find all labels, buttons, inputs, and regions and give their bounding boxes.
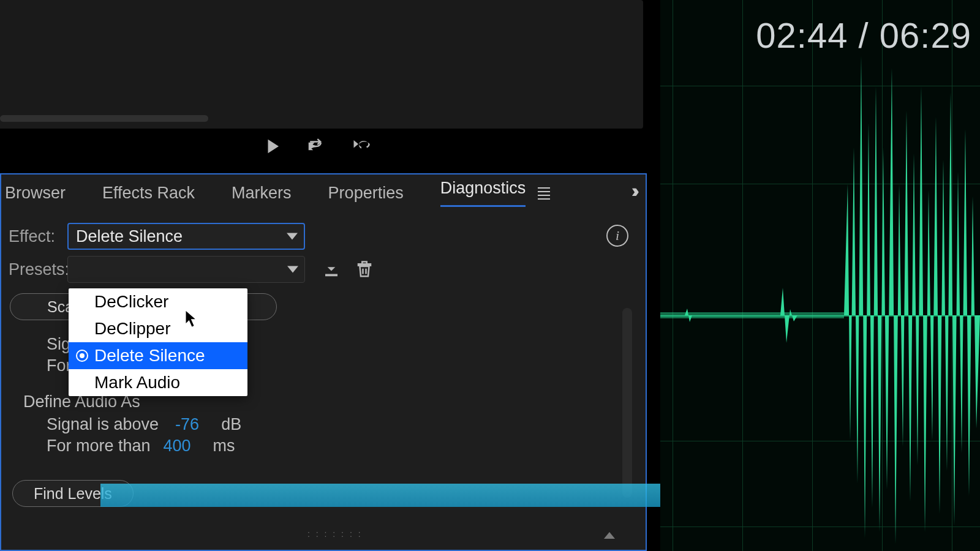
audio-signal-label: Signal is above	[47, 415, 159, 434]
effect-select-value: Delete Silence	[76, 227, 183, 246]
overflow-chevrons-icon[interactable]: ››	[631, 179, 635, 202]
panel-menu-icon[interactable]	[538, 187, 550, 200]
dropdown-item-delete-silence[interactable]: Delete Silence	[69, 342, 247, 369]
radio-selected-icon	[76, 350, 88, 362]
play-icon[interactable]	[263, 137, 282, 156]
silence-signal-label: Sig	[47, 335, 70, 354]
dropdown-item-declicker[interactable]: DeClicker	[69, 288, 247, 315]
panel-tabs: Browser Effects Rack Markers Properties …	[1, 174, 649, 211]
audio-signal-unit: dB	[221, 415, 241, 434]
dropdown-item-declipper[interactable]: DeClipper	[69, 315, 247, 342]
resize-grip[interactable]: : : : : : : :	[307, 529, 363, 539]
time-display: 02:44 / 06:29	[756, 15, 971, 56]
preview-area	[0, 0, 643, 129]
presets-select[interactable]	[67, 256, 305, 283]
chevron-down-icon	[287, 266, 298, 273]
tab-markers[interactable]: Markers	[232, 184, 292, 203]
time-total: 06:29	[880, 15, 971, 55]
scroll-up-icon[interactable]	[604, 532, 615, 539]
panel-scrollbar[interactable]	[622, 308, 632, 498]
audio-for-value[interactable]: 400	[158, 437, 191, 455]
dropdown-item-label: Delete Silence	[94, 346, 205, 365]
effect-label: Effect:	[9, 227, 67, 246]
horizontal-scrollbar[interactable]	[0, 115, 208, 122]
effect-dropdown: DeClicker DeClipper Delete Silence Mark …	[69, 288, 247, 396]
chevron-down-icon	[287, 233, 298, 240]
presets-label: Presets:	[9, 260, 67, 279]
waveform-path	[660, 0, 980, 551]
transport-controls	[263, 137, 374, 156]
mouse-cursor	[184, 309, 200, 329]
skip-audio-icon[interactable]	[349, 137, 374, 156]
audio-for-unit: ms	[213, 437, 235, 455]
svg-rect-0	[660, 312, 844, 318]
tab-properties[interactable]: Properties	[328, 184, 404, 203]
dropdown-item-mark-audio[interactable]: Mark Audio	[69, 369, 247, 396]
waveform-display[interactable]	[660, 0, 980, 551]
tab-browser[interactable]: Browser	[5, 184, 66, 203]
loop-export-icon[interactable]	[306, 137, 325, 156]
delete-preset-icon[interactable]	[355, 259, 374, 280]
tab-effects-rack[interactable]: Effects Rack	[102, 184, 195, 203]
tab-diagnostics[interactable]: Diagnostics	[440, 179, 526, 207]
time-current: 02:44	[756, 15, 848, 55]
audio-for-label: For more than	[47, 437, 151, 455]
effect-select[interactable]: Delete Silence	[67, 223, 305, 250]
save-preset-icon[interactable]	[322, 259, 341, 280]
audio-signal-value[interactable]: -76	[166, 415, 199, 434]
diagnostics-form: Effect: Delete Silence Presets: DeClicke…	[9, 221, 638, 507]
